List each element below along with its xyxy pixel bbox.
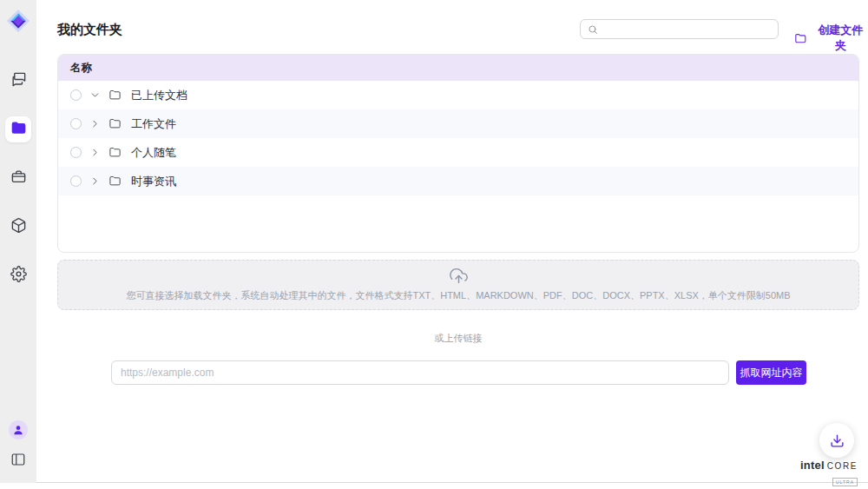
folder-name: 已上传文档	[131, 88, 187, 103]
app-window: 我的文件夹 创建文件夹 名称 已上传文档	[0, 0, 868, 483]
sidebar-item-settings[interactable]	[5, 262, 31, 288]
panel-toggle-button[interactable]	[10, 452, 26, 471]
upload-hint-text: 您可直接选择加载文件夹，系统自动处理其中的文件，文件格式支持TXT、HTML、M…	[58, 289, 858, 302]
upload-dropzone[interactable]: 您可直接选择加载文件夹，系统自动处理其中的文件，文件格式支持TXT、HTML、M…	[57, 260, 859, 310]
folder-icon	[108, 89, 122, 102]
table-row[interactable]: 时事资讯	[58, 167, 858, 195]
chevron-right-icon[interactable]	[89, 147, 101, 158]
sidebar-nav	[5, 68, 31, 288]
table-row[interactable]: 已上传文档	[58, 81, 858, 109]
sidebar-item-folders[interactable]	[5, 116, 31, 142]
page-title: 我的文件夹	[57, 22, 122, 38]
chevron-down-icon[interactable]	[89, 89, 101, 101]
folder-table: 名称 已上传文档 工作文件	[57, 54, 859, 253]
folder-icon	[10, 120, 27, 140]
url-input[interactable]	[111, 360, 729, 385]
row-checkbox[interactable]	[70, 147, 82, 158]
folder-name: 个人随笔	[131, 145, 176, 161]
gear-icon	[10, 266, 27, 286]
folder-icon	[108, 146, 122, 159]
folder-icon	[108, 117, 122, 130]
ultra-badge: ultra	[832, 478, 858, 486]
fetch-url-button[interactable]: 抓取网址内容	[736, 360, 806, 385]
column-header-name: 名称	[58, 55, 858, 81]
row-checkbox[interactable]	[70, 118, 82, 129]
intel-core-logo: intel core ultra	[800, 459, 858, 487]
create-folder-button[interactable]: 创建文件夹	[794, 23, 868, 54]
create-folder-label: 创建文件夹	[813, 23, 868, 54]
cloud-upload-icon	[58, 267, 858, 288]
chevron-right-icon[interactable]	[89, 175, 101, 187]
sidebar-bottom	[9, 420, 28, 471]
app-logo-icon[interactable]	[6, 9, 30, 33]
panel-layout-icon	[10, 452, 26, 467]
sidebar	[0, 0, 36, 483]
search-input[interactable]	[603, 20, 778, 38]
briefcase-icon	[10, 169, 27, 188]
chat-icon	[10, 71, 27, 91]
download-icon	[830, 433, 845, 448]
folder-name: 时事资讯	[131, 174, 176, 189]
search-box	[580, 19, 779, 39]
row-checkbox[interactable]	[70, 89, 82, 101]
table-row[interactable]: 个人随笔	[58, 138, 858, 167]
or-upload-link-label: 或上传链接	[57, 332, 859, 345]
intel-wordmark: intel	[800, 459, 825, 472]
link-upload-row: 抓取网址内容	[111, 360, 806, 385]
sidebar-item-workspace[interactable]	[5, 165, 31, 191]
search-icon	[588, 24, 598, 35]
core-wordmark: core	[827, 461, 858, 471]
sidebar-item-chat[interactable]	[5, 68, 31, 94]
row-checkbox[interactable]	[70, 175, 82, 187]
sidebar-item-packages[interactable]	[5, 214, 31, 240]
table-row[interactable]: 工作文件	[58, 109, 858, 138]
folder-icon	[108, 175, 122, 188]
chevron-right-icon[interactable]	[89, 118, 101, 129]
box-icon	[10, 217, 27, 237]
folder-plus-icon	[794, 32, 807, 45]
user-avatar[interactable]	[9, 420, 28, 439]
person-icon	[12, 424, 24, 436]
folder-name: 工作文件	[131, 116, 176, 132]
download-fab-button[interactable]	[819, 423, 854, 458]
